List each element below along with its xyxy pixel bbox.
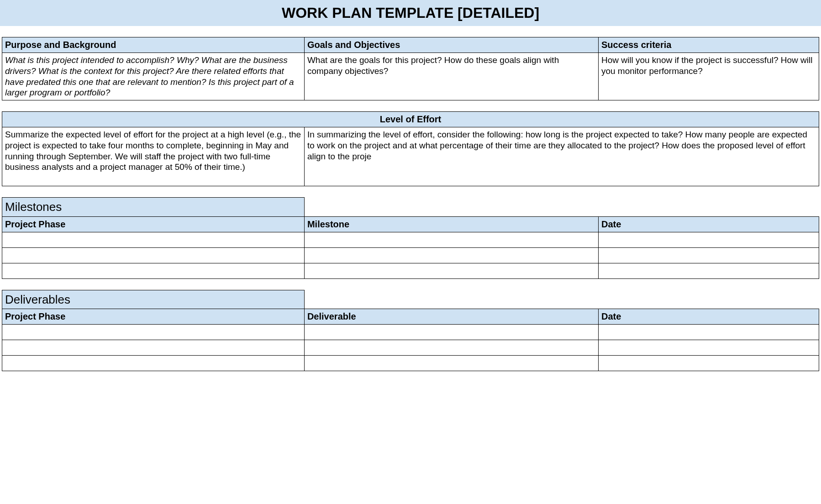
milestone-cell[interactable] xyxy=(304,263,598,278)
milestone-cell[interactable] xyxy=(598,263,819,278)
deliverables-col-phase: Project Phase xyxy=(2,309,305,325)
deliverable-cell[interactable] xyxy=(2,356,305,371)
deliverable-cell[interactable] xyxy=(598,340,819,356)
deliverable-cell[interactable] xyxy=(2,340,305,356)
deliverables-col-deliverable: Deliverable xyxy=(304,309,598,325)
effort-section: Level of Effort Summarize the expected l… xyxy=(2,111,819,186)
milestones-col-milestone: Milestone xyxy=(304,216,598,232)
milestones-section: Milestones Project Phase Milestone Date xyxy=(2,197,819,279)
goals-header: Goals and Objectives xyxy=(304,37,598,53)
deliverables-title: Deliverables xyxy=(2,290,305,309)
success-header: Success criteria xyxy=(598,37,819,53)
deliverable-cell[interactable] xyxy=(598,356,819,371)
milestone-cell[interactable] xyxy=(2,232,305,247)
deliverable-cell[interactable] xyxy=(304,340,598,356)
deliverable-cell[interactable] xyxy=(598,325,819,340)
top-section: Purpose and Background Goals and Objecti… xyxy=(2,37,819,100)
success-body[interactable]: How will you know if the project is succ… xyxy=(598,53,819,100)
milestone-cell[interactable] xyxy=(598,247,819,263)
deliverables-section: Deliverables Project Phase Deliverable D… xyxy=(2,290,819,372)
goals-body[interactable]: What are the goals for this project? How… xyxy=(304,53,598,100)
effort-header: Level of Effort xyxy=(2,112,819,127)
milestones-col-phase: Project Phase xyxy=(2,216,305,232)
milestone-cell[interactable] xyxy=(304,232,598,247)
milestone-cell[interactable] xyxy=(2,263,305,278)
deliverable-cell[interactable] xyxy=(2,325,305,340)
milestone-cell[interactable] xyxy=(304,247,598,263)
purpose-header: Purpose and Background xyxy=(2,37,305,53)
milestones-title: Milestones xyxy=(2,198,305,217)
deliverables-col-date: Date xyxy=(598,309,819,325)
deliverable-cell[interactable] xyxy=(304,356,598,371)
effort-left-body: Summarize the expected level of effort f… xyxy=(5,129,301,184)
milestone-cell[interactable] xyxy=(2,247,305,263)
spacer xyxy=(304,290,819,309)
milestones-col-date: Date xyxy=(598,216,819,232)
deliverable-cell[interactable] xyxy=(304,325,598,340)
page-title: WORK PLAN TEMPLATE [DETAILED] xyxy=(0,0,821,26)
spacer xyxy=(304,198,819,217)
effort-left-cell[interactable]: Summarize the expected level of effort f… xyxy=(2,127,305,186)
purpose-body[interactable]: What is this project intended to accompl… xyxy=(2,53,305,100)
milestone-cell[interactable] xyxy=(598,232,819,247)
effort-right-body[interactable]: In summarizing the level of effort, cons… xyxy=(304,127,819,186)
